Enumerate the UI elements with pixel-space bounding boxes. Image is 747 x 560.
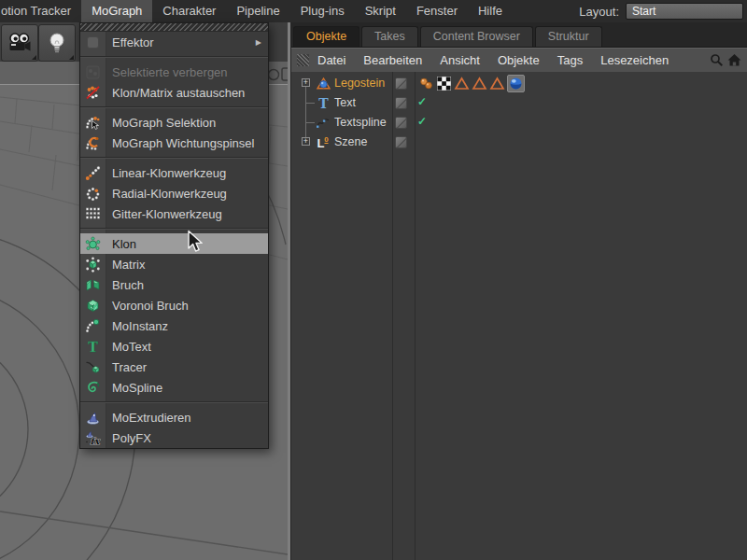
menu-item-label: Klon bbox=[112, 237, 136, 251]
object-manager-panel: ObjekteTakesContent BrowserStruktur Date… bbox=[290, 22, 747, 560]
menubar-item-skript[interactable]: Skript bbox=[355, 0, 406, 22]
object-row-szene[interactable]: +L0Szene bbox=[290, 133, 747, 152]
menubar-item-fenster[interactable]: Fenster bbox=[406, 0, 468, 22]
menubar-item-hilfe[interactable]: Hilfe bbox=[468, 0, 513, 22]
menu-item-tracer[interactable]: Tracer bbox=[80, 357, 268, 377]
moinstanz-icon bbox=[85, 318, 101, 334]
menu-item-matrix[interactable]: Matrix bbox=[80, 254, 268, 274]
menu-item-label: MoExtrudieren bbox=[112, 411, 191, 425]
motext-icon: T bbox=[85, 339, 101, 355]
menu-item-label: Radial-Klonwerkzeug bbox=[112, 187, 227, 201]
submenu-arrow-icon: ▶ bbox=[256, 38, 261, 47]
klon-icon bbox=[85, 236, 101, 252]
klon-matrix-austauschen-icon bbox=[85, 85, 101, 101]
menu-item-gitter-klonwerkzeug[interactable]: Gitter-Klonwerkzeug bbox=[80, 203, 268, 224]
object-name[interactable]: Text bbox=[334, 96, 356, 109]
linear-klonwerkzeug-icon bbox=[85, 165, 101, 181]
menu-item-motext[interactable]: TMoText bbox=[80, 336, 268, 357]
menubar-item-pipeline[interactable]: Pipeline bbox=[226, 0, 289, 22]
menubar-item-plug-ins[interactable]: Plug-ins bbox=[290, 0, 355, 22]
tab-objekte[interactable]: Objekte bbox=[293, 26, 359, 47]
menu-item-selektierte-verbergen[interactable]: Selektierte verbergen bbox=[80, 62, 268, 82]
light-bulb-icon bbox=[46, 31, 68, 55]
menu-item-label: Klon/Matrix austauschen bbox=[112, 86, 245, 100]
layer-toggle[interactable] bbox=[395, 97, 407, 109]
menu-item-mospline[interactable]: MoSpline bbox=[80, 377, 268, 398]
selection-triangle-tag[interactable] bbox=[472, 76, 487, 91]
menu-item-radial-klonwerkzeug[interactable]: Radial-Klonwerkzeug bbox=[80, 183, 268, 203]
textspline-object-icon bbox=[316, 115, 331, 131]
selection-triangle-tag-icon bbox=[489, 76, 505, 91]
polyfx-icon: fx bbox=[85, 430, 101, 446]
layer-toggle[interactable] bbox=[395, 136, 407, 148]
menu-separator bbox=[80, 153, 268, 162]
menu-item-mograph-selektion[interactable]: MoGraph Selektion bbox=[80, 112, 268, 133]
tab-takes[interactable]: Takes bbox=[361, 26, 418, 47]
main-menubar: otion TrackerMoGraphCharakterPipelinePlu… bbox=[0, 0, 747, 22]
menu-item-mograph-wichtungspinsel[interactable]: MoGraph Wichtungspinsel bbox=[80, 133, 268, 153]
bruch-icon bbox=[85, 277, 101, 293]
layer-toggle[interactable] bbox=[395, 77, 407, 90]
home-icon bbox=[726, 52, 742, 68]
menu-item-label: Voronoi Bruch bbox=[112, 299, 189, 313]
camera-tool-button[interactable] bbox=[1, 24, 38, 62]
expander-plus-icon[interactable]: + bbox=[302, 137, 310, 146]
texture-tag[interactable] bbox=[436, 76, 452, 91]
mograph-selektion-icon bbox=[85, 115, 101, 131]
menu-item-label: Selektierte verbergen bbox=[112, 65, 228, 79]
search-button[interactable] bbox=[709, 52, 725, 72]
phong-tag-icon bbox=[418, 76, 434, 91]
selection-triangle-tag[interactable] bbox=[454, 76, 470, 91]
menu-item-klon-matrix-austauschen[interactable]: Klon/Matrix austauschen bbox=[80, 82, 268, 103]
expander-plus-icon[interactable]: + bbox=[302, 78, 310, 87]
panel-splitter[interactable] bbox=[288, 22, 291, 560]
layout-dropdown[interactable]: Start bbox=[626, 3, 743, 20]
menu-item-moextrudieren[interactable]: MoExtrudieren bbox=[80, 407, 268, 427]
home-button[interactable] bbox=[726, 52, 742, 72]
menubar-item-charakter[interactable]: Charakter bbox=[152, 0, 226, 22]
panel-menu-bearbeiten[interactable]: Bearbeiten bbox=[363, 53, 422, 67]
mouse-cursor bbox=[185, 230, 205, 254]
selektierte-verbergen-icon bbox=[85, 64, 101, 80]
menubar-item-otion-tracker[interactable]: otion Tracker bbox=[0, 0, 81, 22]
menu-item-bruch[interactable]: Bruch bbox=[80, 274, 268, 295]
object-row-text[interactable]: TText✓ bbox=[290, 93, 747, 113]
light-tool-button[interactable] bbox=[38, 24, 76, 62]
object-name[interactable]: Szene bbox=[334, 135, 367, 148]
panel-menu-ansicht[interactable]: Ansicht bbox=[440, 53, 480, 67]
menu-item-linear-klonwerkzeug[interactable]: Linear-Klonwerkzeug bbox=[80, 162, 268, 183]
enabled-checkmark-icon[interactable]: ✓ bbox=[417, 95, 427, 108]
object-row-legostein[interactable]: +Legostein bbox=[290, 74, 747, 93]
tab-struktur[interactable]: Struktur bbox=[535, 26, 602, 47]
menu-item-klon[interactable]: Klon bbox=[80, 233, 268, 254]
drag-handle-icon[interactable] bbox=[297, 54, 309, 66]
panel-menu-lesezeichen[interactable]: Lesezeichen bbox=[600, 53, 669, 67]
panel-menu-datei[interactable]: Datei bbox=[317, 53, 345, 67]
menu-item-label: MoSpline bbox=[112, 381, 162, 395]
menu-tearoff-handle[interactable] bbox=[80, 23, 268, 32]
menubar-item-mograph[interactable]: MoGraph bbox=[81, 0, 152, 22]
menu-item-label: Bruch bbox=[112, 278, 144, 292]
phong-tag[interactable] bbox=[418, 76, 434, 91]
object-name[interactable]: Legostein bbox=[334, 77, 385, 90]
tab-content-browser[interactable]: Content Browser bbox=[420, 26, 533, 47]
menu-item-polyfx[interactable]: fxPolyFX bbox=[80, 427, 268, 448]
menu-item-label: Linear-Klonwerkzeug bbox=[112, 166, 226, 180]
object-row-textspline[interactable]: Textspline✓ bbox=[290, 113, 747, 133]
panel-menu-objekte[interactable]: Objekte bbox=[498, 53, 540, 67]
gitter-klonwerkzeug-icon bbox=[85, 206, 101, 222]
enabled-checkmark-icon[interactable]: ✓ bbox=[417, 115, 427, 128]
panel-tabs: ObjekteTakesContent BrowserStruktur bbox=[290, 22, 747, 48]
moextrudieren-icon bbox=[85, 410, 101, 426]
layer-toggle[interactable] bbox=[395, 117, 407, 129]
panel-menu-tags[interactable]: Tags bbox=[557, 53, 583, 67]
selection-triangle-tag[interactable] bbox=[489, 76, 505, 91]
tracer-icon bbox=[85, 359, 101, 375]
radial-klonwerkzeug-icon bbox=[85, 186, 101, 202]
object-name[interactable]: Textspline bbox=[334, 116, 387, 129]
menu-separator bbox=[80, 103, 268, 112]
menu-item-effektor[interactable]: Effektor▶ bbox=[80, 32, 268, 52]
material-tag-selected[interactable] bbox=[507, 75, 525, 92]
menu-item-voronoi-bruch[interactable]: Voronoi Bruch bbox=[80, 295, 268, 315]
menu-item-moinstanz[interactable]: MoInstanz bbox=[80, 315, 268, 336]
